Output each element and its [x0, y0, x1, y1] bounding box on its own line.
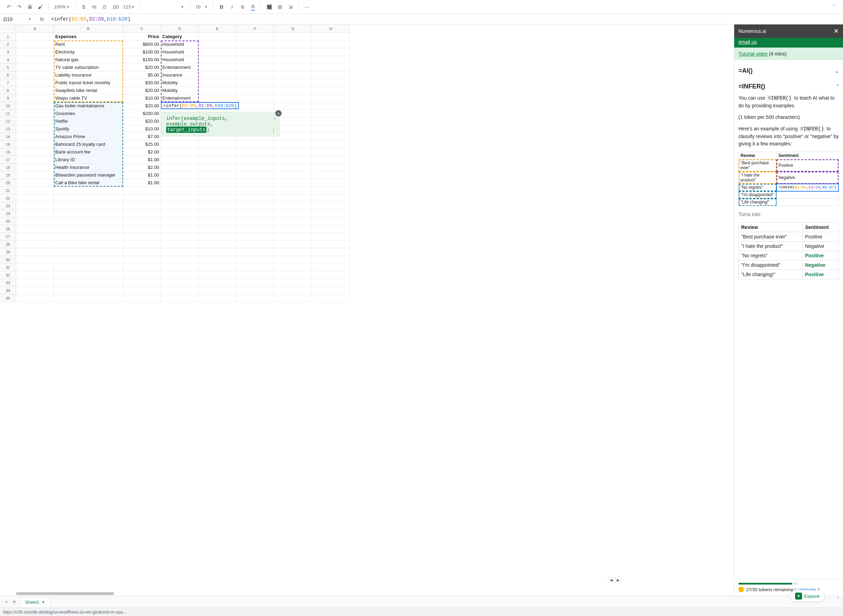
- cell[interactable]: [274, 141, 312, 148]
- row-header[interactable]: 33: [0, 279, 16, 287]
- row-header[interactable]: 14: [0, 133, 16, 141]
- font-size-dropdown[interactable]: 10 ▼: [194, 3, 210, 12]
- row-header[interactable]: 8: [0, 87, 16, 94]
- cell[interactable]: [274, 171, 312, 179]
- cell[interactable]: [199, 294, 236, 302]
- cell[interactable]: [274, 48, 312, 56]
- cell[interactable]: [312, 141, 350, 148]
- cell[interactable]: [274, 233, 312, 241]
- cell[interactable]: [199, 233, 236, 241]
- cell[interactable]: [161, 287, 199, 294]
- merge-button[interactable]: ⇲: [286, 3, 295, 12]
- cell[interactable]: [16, 271, 54, 279]
- cell[interactable]: Entertainment: [161, 64, 199, 71]
- cell[interactable]: [16, 248, 54, 256]
- cell[interactable]: [312, 148, 350, 156]
- cell[interactable]: [236, 79, 274, 87]
- cell[interactable]: [312, 102, 350, 110]
- tutorial-link[interactable]: Tutorial video: [739, 51, 768, 57]
- row-header[interactable]: 20: [0, 179, 16, 187]
- cell[interactable]: [199, 279, 236, 287]
- cell[interactable]: [199, 248, 236, 256]
- cell[interactable]: [161, 271, 199, 279]
- cell[interactable]: $1.00: [123, 156, 161, 164]
- cell[interactable]: $150.00: [123, 56, 161, 64]
- cell[interactable]: [161, 248, 199, 256]
- cell[interactable]: [236, 287, 274, 294]
- cell[interactable]: [236, 71, 274, 79]
- cell[interactable]: [312, 287, 350, 294]
- cell[interactable]: [54, 248, 123, 256]
- cell[interactable]: [16, 171, 54, 179]
- cell[interactable]: [199, 48, 236, 56]
- cell[interactable]: [312, 217, 350, 225]
- cell[interactable]: [161, 156, 199, 164]
- cell[interactable]: [161, 179, 199, 187]
- cell[interactable]: [123, 202, 161, 210]
- sheet-tab[interactable]: Sheet1 ▼: [20, 597, 50, 607]
- cell[interactable]: [312, 48, 350, 56]
- cell[interactable]: [312, 294, 350, 302]
- bold-button[interactable]: B: [217, 3, 226, 12]
- row-header[interactable]: 2: [0, 41, 16, 48]
- cell[interactable]: TV cable subscription: [54, 64, 123, 71]
- cell[interactable]: [199, 156, 236, 164]
- col-header[interactable]: A: [16, 25, 54, 33]
- cell[interactable]: [16, 287, 54, 294]
- cell[interactable]: [16, 94, 54, 102]
- cell[interactable]: [54, 287, 123, 294]
- row-header[interactable]: 27: [0, 233, 16, 241]
- cell[interactable]: [312, 156, 350, 164]
- cell[interactable]: [123, 256, 161, 264]
- cell[interactable]: [16, 156, 54, 164]
- cell[interactable]: [199, 187, 236, 194]
- cell[interactable]: $1.00: [123, 179, 161, 187]
- cell[interactable]: [274, 217, 312, 225]
- cell[interactable]: [236, 248, 274, 256]
- cell[interactable]: [312, 264, 350, 271]
- cell[interactable]: [274, 87, 312, 94]
- cell[interactable]: [312, 210, 350, 217]
- font-dropdown[interactable]: ▼: [144, 3, 186, 12]
- cell[interactable]: [312, 256, 350, 264]
- cell[interactable]: [161, 141, 199, 148]
- chevron-down-icon[interactable]: ⌄: [273, 115, 276, 120]
- col-header[interactable]: C: [123, 25, 161, 33]
- cell[interactable]: [236, 102, 274, 110]
- cell[interactable]: [236, 202, 274, 210]
- cell[interactable]: [199, 217, 236, 225]
- cell[interactable]: $20.00: [123, 102, 161, 110]
- cell[interactable]: [123, 287, 161, 294]
- row-header[interactable]: 35: [0, 294, 16, 302]
- cell[interactable]: [274, 187, 312, 194]
- cell[interactable]: [199, 179, 236, 187]
- horizontal-scrollbar[interactable]: [16, 592, 114, 595]
- section-ai[interactable]: =AI()⌄: [739, 63, 839, 79]
- undo-button[interactable]: ↶: [4, 3, 13, 12]
- cell[interactable]: [161, 264, 199, 271]
- cell[interactable]: [123, 217, 161, 225]
- cell[interactable]: [161, 210, 199, 217]
- cell[interactable]: [123, 225, 161, 233]
- cell[interactable]: Call a Bike bike rental: [54, 179, 123, 187]
- explore-button[interactable]: ✦Explore: [790, 590, 825, 602]
- cell[interactable]: [312, 171, 350, 179]
- cell[interactable]: [161, 164, 199, 171]
- cell[interactable]: [199, 271, 236, 279]
- cell[interactable]: [16, 64, 54, 71]
- cell[interactable]: [161, 233, 199, 241]
- spreadsheet-grid[interactable]: A B C D E F G H 1ExpensesPriceCategory2R…: [0, 25, 734, 596]
- cell[interactable]: [161, 256, 199, 264]
- cell[interactable]: [161, 171, 199, 179]
- cell[interactable]: [274, 56, 312, 64]
- cell[interactable]: Rent: [54, 41, 123, 48]
- cell[interactable]: [16, 225, 54, 233]
- cell[interactable]: [123, 271, 161, 279]
- col-header[interactable]: E: [199, 25, 236, 33]
- side-panel-toggle[interactable]: ‹: [837, 595, 839, 600]
- cell[interactable]: Spotify: [54, 125, 123, 133]
- row-header[interactable]: 17: [0, 156, 16, 164]
- cell[interactable]: [16, 33, 54, 41]
- cell[interactable]: [274, 79, 312, 87]
- editing-cell[interactable]: =infer(B2:B9,D2:D9,b10:b20): [161, 102, 239, 109]
